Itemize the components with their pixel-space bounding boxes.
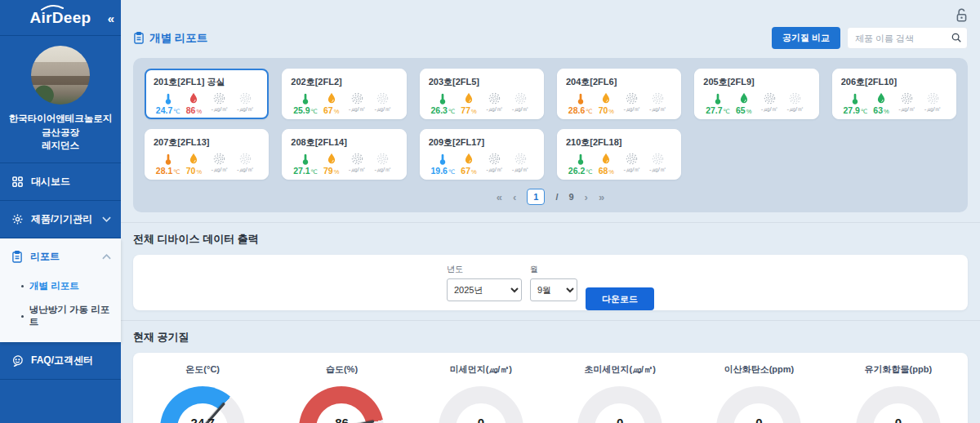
pm10-value: -㎍/㎥ xyxy=(486,167,503,173)
temperature-value: 28.1℃ xyxy=(156,167,180,176)
pm25-value: -㎍/㎥ xyxy=(512,167,529,173)
device-card[interactable]: 210호[2FL18] 26.2℃ 68% -㎍/㎥ -㎍/㎥ xyxy=(557,129,681,180)
gauge: 초미세먼지(㎍/㎥) 0 - xyxy=(550,363,689,423)
pm10-reading: -㎍/㎥ xyxy=(894,92,920,115)
gauge-label: 이산화탄소(ppm) xyxy=(724,363,795,376)
sidebar-item-faq[interactable]: FAQ/고객센터 xyxy=(0,342,121,380)
device-card[interactable]: 209호[2FL17] 19.6℃ 67% -㎍/㎥ -㎍/㎥ xyxy=(420,129,544,180)
device-readings: 26.3℃ 77% -㎍/㎥ -㎍/㎥ xyxy=(429,92,535,115)
sidebar-collapse-icon[interactable]: « xyxy=(108,11,114,24)
thermometer-icon xyxy=(301,153,310,165)
gauge-dial: 0 xyxy=(856,386,941,423)
gauge: 유기화합물(ppb) 0 - xyxy=(829,363,968,423)
humidity-reading: 86% xyxy=(181,92,207,115)
humidity-reading: 65% xyxy=(731,92,757,115)
device-card[interactable]: 205호[2FL9] 27.7℃ 65% -㎍/㎥ -㎍/㎥ xyxy=(694,69,818,119)
pagination-last-button[interactable]: » xyxy=(599,192,604,203)
temperature-value: 27.9℃ xyxy=(844,106,868,115)
pm25-reading: -㎍/㎥ xyxy=(782,92,808,115)
humidity-value: 77% xyxy=(461,106,476,115)
haze-icon xyxy=(764,92,776,105)
pm10-value: -㎍/㎥ xyxy=(212,167,229,173)
pm25-value: -㎍/㎥ xyxy=(374,167,391,173)
pm10-value: -㎍/㎥ xyxy=(212,106,229,113)
gauge-value: 0 xyxy=(439,416,523,423)
droplet-icon xyxy=(327,92,336,105)
device-readings: 24.7℃ 86% -㎍/㎥ -㎍/㎥ xyxy=(154,92,260,115)
device-card[interactable]: 208호[2FL14] 27.1℃ 79% -㎍/㎥ -㎍/㎥ xyxy=(282,129,406,180)
year-label: 년도 xyxy=(447,264,522,275)
pm10-value: -㎍/㎥ xyxy=(349,167,366,173)
month-select[interactable]: 9월 xyxy=(530,278,577,301)
pm10-value: -㎍/㎥ xyxy=(761,106,778,113)
search-icon[interactable] xyxy=(951,32,962,43)
device-card[interactable]: 203호[2FL5] 26.3℃ 77% -㎍/㎥ -㎍/㎥ xyxy=(420,69,544,119)
page-title: 개별 리포트 xyxy=(133,31,207,46)
sidebar: AirDeep « 한국타이어앤테크놀로지 금산공장 레지던스 대시보드 제품/… xyxy=(0,0,121,423)
pm25-reading: -㎍/㎥ xyxy=(645,92,671,115)
open-padlock-icon[interactable] xyxy=(955,7,969,23)
droplet-icon xyxy=(464,92,474,105)
pm10-reading: -㎍/㎥ xyxy=(619,92,645,115)
sidebar-item-label: 리포트 xyxy=(30,250,60,264)
device-card[interactable]: 201호[2FL1] 공실 24.7℃ 86% -㎍/㎥ -㎍/㎥ xyxy=(145,69,269,119)
gauge: 온도(°C) 24.7 좋음 xyxy=(133,363,272,423)
year-select[interactable]: 2025년 xyxy=(447,278,522,301)
temperature-reading: 27.7℃ xyxy=(705,92,731,115)
bullet-icon xyxy=(21,315,24,318)
device-card[interactable]: 202호[2FL2] 25.9℃ 67% -㎍/㎥ -㎍/㎥ xyxy=(282,69,406,119)
temperature-reading: 28.6℃ xyxy=(568,92,594,115)
device-card[interactable]: 207호[2FL13] 28.1℃ 70% -㎍/㎥ -㎍/㎥ xyxy=(145,129,269,180)
thermometer-icon xyxy=(163,92,173,105)
pm25-value: -㎍/㎥ xyxy=(649,106,666,113)
pagination-prev-button[interactable]: ‹ xyxy=(513,192,516,203)
haze-icon xyxy=(239,92,252,105)
droplet-icon xyxy=(739,92,749,105)
org-profile: 한국타이어앤테크놀로지 금산공장 레지던스 xyxy=(0,36,121,163)
haze-icon xyxy=(488,92,501,105)
pagination-first-button[interactable]: « xyxy=(497,192,502,203)
sidebar-item-label: 대시보드 xyxy=(31,175,70,189)
sidebar-item-devices[interactable]: 제품/기기관리 xyxy=(0,201,121,238)
pm25-value: -㎍/㎥ xyxy=(237,106,254,113)
humidity-reading: 68% xyxy=(594,153,620,176)
sidebar-subitem-label: 냉난방기 가동 리포트 xyxy=(29,304,113,328)
device-card[interactable]: 204호[2FL6] 28.6℃ 70% -㎍/㎥ -㎍/㎥ xyxy=(557,69,681,119)
device-card-title: 207호[2FL13] xyxy=(154,136,260,149)
sidebar-item-dashboard[interactable]: 대시보드 xyxy=(0,163,121,201)
humidity-value: 86% xyxy=(186,106,202,115)
pm25-reading: -㎍/㎥ xyxy=(507,92,533,115)
temperature-value: 28.6℃ xyxy=(568,106,593,115)
haze-icon xyxy=(213,153,225,165)
device-card-title: 210호[2FL18] xyxy=(566,136,672,149)
air-quality-compare-button[interactable]: 공기질 비교 xyxy=(772,27,840,49)
grid-icon xyxy=(11,176,24,188)
sidebar-subitem-hvac-report[interactable]: 냉난방기 가동 리포트 xyxy=(0,298,121,334)
pm25-reading: -㎍/㎥ xyxy=(233,92,259,115)
sidebar-item-report[interactable]: 리포트 xyxy=(0,238,121,274)
droplet-icon xyxy=(601,92,611,105)
gauge-label: 유기화합물(ppb) xyxy=(865,363,932,376)
download-button[interactable]: 다운로드 xyxy=(586,287,654,310)
sidebar-subitem-individual-report[interactable]: 개별 리포트 xyxy=(0,274,121,298)
pagination-next-button[interactable]: › xyxy=(585,192,588,203)
pm10-reading: -㎍/㎥ xyxy=(482,92,508,115)
device-card[interactable]: 206호[2FL10] 27.9℃ 63% -㎍/㎥ -㎍/㎥ xyxy=(832,69,956,119)
haze-icon xyxy=(626,92,638,105)
search-input[interactable] xyxy=(847,27,968,49)
air-quality-section-title: 현재 공기질 xyxy=(133,330,968,345)
pm25-reading: -㎍/㎥ xyxy=(507,153,533,176)
pm10-reading: -㎍/㎥ xyxy=(207,92,233,115)
device-readings: 27.7℃ 65% -㎍/㎥ -㎍/㎥ xyxy=(703,92,809,115)
device-cards-panel: 201호[2FL1] 공실 24.7℃ 86% -㎍/㎥ -㎍/㎥ 202호[2… xyxy=(133,58,968,212)
thermometer-icon xyxy=(850,92,860,105)
pagination-total-pages: 9 xyxy=(568,192,573,202)
device-card-title: 202호[2FL2] xyxy=(291,76,397,88)
pm25-reading: -㎍/㎥ xyxy=(233,153,259,176)
humidity-reading: 63% xyxy=(868,92,894,115)
pm25-reading: -㎍/㎥ xyxy=(645,153,671,176)
gauge-value: 24.7 xyxy=(160,416,245,423)
pm10-reading: -㎍/㎥ xyxy=(207,153,233,176)
temperature-value: 27.7℃ xyxy=(706,106,730,115)
gauge-label: 온도(°C) xyxy=(185,363,220,376)
